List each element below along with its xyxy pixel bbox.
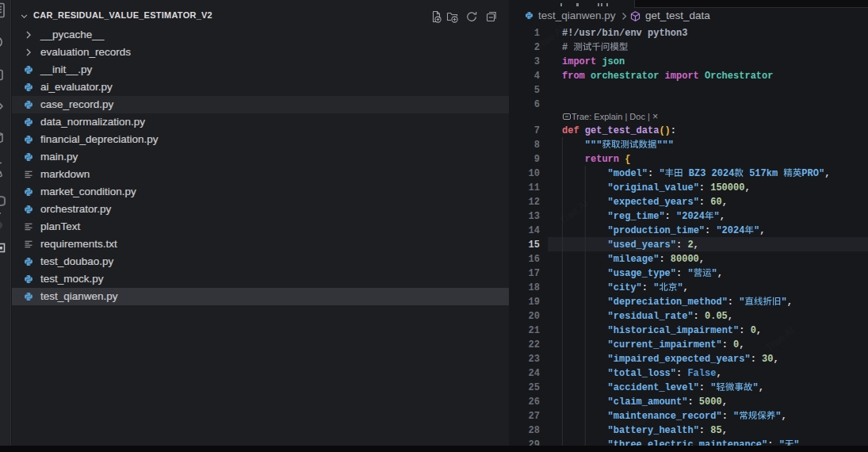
svg-text:13: 13 <box>529 211 540 222</box>
svg-text::: : <box>728 297 733 308</box>
svg-text:,: , <box>722 396 728 408</box>
svg-text:15: 15 <box>529 239 540 251</box>
svg-text::: : <box>694 311 699 322</box>
svg-text::: : <box>687 396 693 408</box>
svg-text:"2024: "2024 <box>716 225 744 236</box>
svg-text:9: 9 <box>534 154 540 165</box>
svg-text:21: 21 <box>529 325 540 336</box>
svg-text::: : <box>648 168 653 179</box>
svg-text:4: 4 <box>534 71 540 82</box>
svg-text:": " <box>714 211 720 222</box>
svg-text:def: def <box>562 125 579 136</box>
svg-text:,: , <box>744 182 750 193</box>
svg-text:"model": "model" <box>608 168 648 179</box>
svg-text:"residual_rate": "residual_rate" <box>608 311 694 322</box>
svg-text:"2024: "2024 <box>676 211 705 222</box>
svg-text:"expected_years": "expected_years" <box>608 197 699 208</box>
svg-text:0.05: 0.05 <box>705 311 728 322</box>
svg-text:18: 18 <box>529 282 540 293</box>
svg-text:,: , <box>824 168 830 179</box>
svg-text:8: 8 <box>534 140 540 151</box>
svg-text:,: , <box>756 325 762 336</box>
svg-text:"battery_health": "battery_health" <box>608 425 699 436</box>
svg-text:import: import <box>562 56 596 67</box>
svg-text:": " <box>754 225 759 236</box>
svg-text::: : <box>659 254 664 265</box>
svg-text:"impaired_expected_years": "impaired_expected_years" <box>608 354 751 365</box>
svg-text:60: 60 <box>710 197 721 208</box>
svg-text:517km: 517km <box>749 168 778 179</box>
svg-text:Trae: Explain | Doc | ×: Trae: Explain | Doc | × <box>572 111 658 122</box>
svg-text:"original_value": "original_value" <box>608 182 699 193</box>
svg-text:"used_years": "used_years" <box>608 239 676 251</box>
svg-text::: : <box>665 211 671 222</box>
svg-text:150000: 150000 <box>710 182 744 193</box>
svg-text:,: , <box>728 311 733 322</box>
svg-text:17: 17 <box>529 268 540 279</box>
svg-text:": " <box>659 168 664 179</box>
svg-text:,: , <box>720 211 725 222</box>
svg-text::: : <box>751 354 756 365</box>
svg-text:24: 24 <box>529 368 540 379</box>
svg-text:"depreciation_method": "depreciation_method" <box>608 297 728 308</box>
svg-text:PRO": PRO" <box>801 168 824 179</box>
svg-text:"usage_type": "usage_type" <box>608 268 676 279</box>
svg-text:": " <box>710 382 716 393</box>
svg-text:Orchestrator: Orchestrator <box>705 71 773 82</box>
svg-text:,: , <box>787 297 793 308</box>
svg-text:,: , <box>683 282 689 293</box>
svg-text::: : <box>676 239 682 251</box>
svg-text::: : <box>676 268 682 279</box>
svg-text:20: 20 <box>529 311 540 322</box>
svg-text:,: , <box>759 225 765 236</box>
svg-text:get_test_data: get_test_data <box>585 125 660 136</box>
svg-text:12: 12 <box>529 197 540 208</box>
svg-text:26: 26 <box>529 396 540 408</box>
svg-text:,: , <box>759 382 764 393</box>
svg-text:7: 7 <box>534 125 540 136</box>
svg-text:10: 10 <box>529 168 540 179</box>
svg-text::: : <box>676 368 682 379</box>
svg-text:16: 16 <box>529 254 540 265</box>
svg-text:": " <box>677 282 683 293</box>
svg-text::: : <box>699 425 705 436</box>
svg-text:,: , <box>722 425 728 436</box>
svg-text:5: 5 <box>534 85 540 96</box>
svg-text:"accident_level": "accident_level" <box>608 382 699 393</box>
svg-text:0: 0 <box>733 339 739 350</box>
svg-text:14: 14 <box>529 225 540 236</box>
svg-text:30: 30 <box>762 354 773 365</box>
svg-text:"current_impairment": "current_impairment" <box>608 339 722 350</box>
svg-text::: : <box>671 125 676 136</box>
svg-text:"total_loss": "total_loss" <box>608 368 676 379</box>
svg-text:2: 2 <box>687 239 693 251</box>
svg-text:#!/usr/bin/env python3: #!/usr/bin/env python3 <box>562 28 687 39</box>
svg-text:": " <box>653 282 659 293</box>
svg-text:27: 27 <box>529 411 540 422</box>
svg-text:"mileage": "mileage" <box>608 254 660 265</box>
svg-text:80000: 80000 <box>671 254 699 265</box>
svg-text:": " <box>733 411 739 422</box>
svg-text:": " <box>775 411 781 422</box>
svg-text:28: 28 <box>529 425 540 436</box>
svg-text:,: , <box>694 239 699 251</box>
svg-text::: : <box>739 325 744 336</box>
svg-text:""": """ <box>656 140 674 151</box>
svg-text:": " <box>752 382 758 393</box>
svg-text:return: return <box>585 154 619 165</box>
svg-text:,: , <box>739 339 744 350</box>
svg-text:85: 85 <box>710 425 721 436</box>
svg-text:"maintenance_record": "maintenance_record" <box>608 411 722 422</box>
svg-text:"reg_time": "reg_time" <box>608 211 665 222</box>
svg-text:1: 1 <box>534 28 540 39</box>
svg-text:6: 6 <box>534 99 540 110</box>
svg-text:orchestrator: orchestrator <box>591 71 659 82</box>
svg-text:"claim_amount": "claim_amount" <box>608 396 688 408</box>
svg-text:11: 11 <box>529 182 540 193</box>
svg-text:19: 19 <box>529 297 540 308</box>
svg-text:,: , <box>781 411 786 422</box>
svg-text::: : <box>699 382 705 393</box>
svg-text::: : <box>722 411 728 422</box>
svg-text:3: 3 <box>534 56 540 67</box>
svg-text:""": """ <box>585 140 602 151</box>
